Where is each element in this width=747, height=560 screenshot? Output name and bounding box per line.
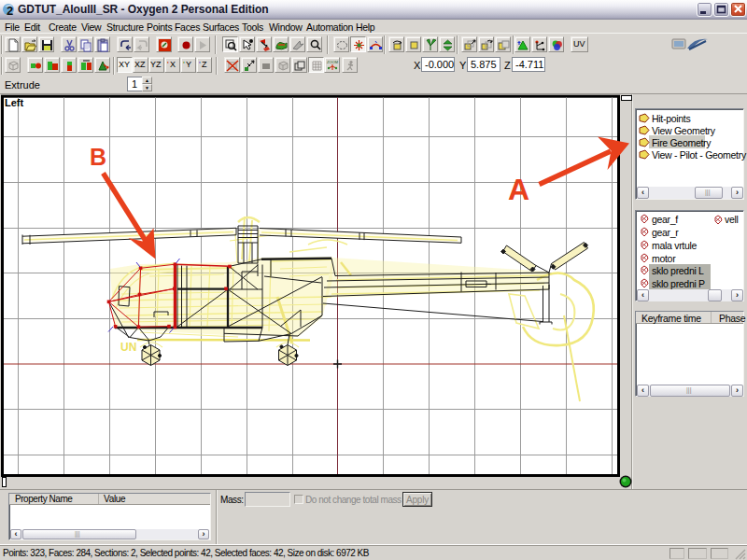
svg-text:B: B [90,144,106,170]
svg-text:ZOOM: ZOOM [327,60,338,64]
svg-text:A: A [508,173,529,206]
svg-text:2: 2 [7,4,13,17]
